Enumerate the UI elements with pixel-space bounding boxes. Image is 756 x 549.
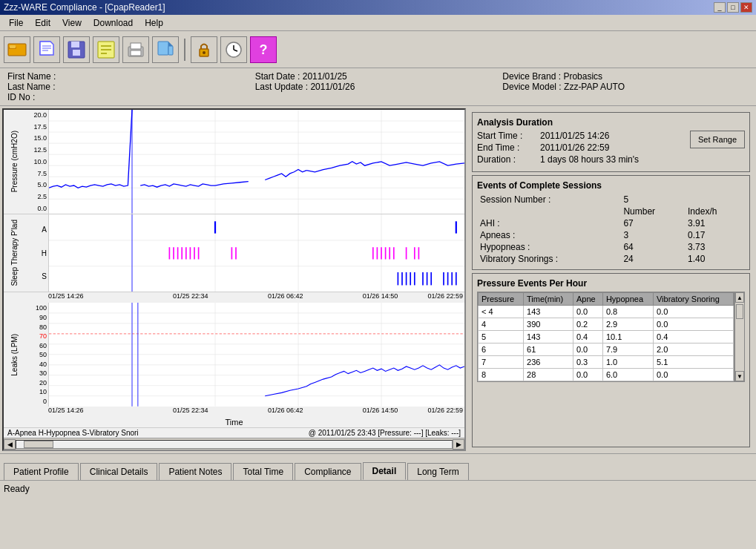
patient-info-middle: Start Date : 2011/01/25 Last Update : 20… — [255, 71, 502, 102]
patient-info-right: Device Brand : Probasics Device Model : … — [502, 71, 749, 102]
sleep-y-label: Sleep Therapy P'lad — [4, 214, 24, 292]
save-button[interactable] — [63, 36, 90, 63]
leaks-chart-canvas[interactable] — [48, 303, 464, 407]
tab-long-term[interactable]: Long Term — [407, 463, 468, 480]
pressure-events-title: Pressure Events Per Hour — [477, 278, 745, 289]
title-bar: Zzz-WARE Compliance - [CpapReader1] _ □ … — [0, 0, 756, 15]
tab-total-time[interactable]: Total Time — [233, 463, 293, 480]
tab-patient-notes[interactable]: Patient Notes — [159, 463, 231, 480]
svg-marker-18 — [168, 42, 173, 46]
menu-file[interactable]: File — [3, 16, 29, 30]
events-box: Events of Complete Sessions Session Numb… — [472, 175, 750, 270]
ahi-index: 3.91 — [685, 217, 745, 229]
vibratory-row: Vibratory Snorings : 24 1.40 — [477, 253, 745, 265]
help-button[interactable]: ? — [250, 36, 277, 63]
vibratory-index: 1.40 — [685, 253, 745, 265]
scroll-left-button[interactable]: ◀ — [4, 439, 16, 450]
clock-button[interactable] — [220, 36, 247, 63]
legend-text: A-Apnea H-Hypopnea S-Vibratory Snori — [7, 429, 139, 437]
lock-button[interactable] — [191, 36, 217, 63]
end-time-label: End Time : — [477, 142, 533, 153]
svg-point-21 — [203, 51, 206, 54]
svg-rect-19 — [168, 46, 173, 55]
table-row: 6610.07.92.0 — [479, 343, 734, 356]
table-row: 43900.22.90.0 — [479, 318, 734, 331]
scroll-thumb[interactable] — [24, 441, 53, 448]
events-table: Session Number : 5 Number Index/h AHI : … — [477, 194, 745, 265]
ahi-label: AHI : — [477, 217, 620, 229]
menu-download[interactable]: Download — [88, 16, 139, 30]
vibratory-label: Vibratory Snorings : — [477, 253, 620, 265]
table-row: 72360.31.05.1 — [479, 356, 734, 369]
right-panel: Analysis Duration Start Time : 2011/01/2… — [468, 108, 754, 451]
table-row: 8280.06.00.0 — [479, 369, 734, 381]
device-model-label: Device Model : — [502, 82, 561, 92]
scroll-down-button[interactable]: ▼ — [735, 371, 744, 381]
sleep-y-ticks: A H S — [24, 214, 48, 292]
tab-patient-profile[interactable]: Patient Profile — [4, 463, 79, 480]
pressure-table-header: Pressure Time(min) Apne Hypopnea Vibrato… — [479, 293, 734, 306]
end-time-row: End Time : 2011/01/26 22:59 — [477, 142, 686, 153]
close-button[interactable]: ✕ — [740, 2, 752, 13]
duration-label: Duration : — [477, 154, 533, 165]
sleep-chart-wrapper: Sleep Therapy P'lad A H S — [4, 214, 464, 293]
minimize-button[interactable]: _ — [714, 2, 726, 13]
print-button[interactable] — [122, 36, 149, 63]
scroll-up-button[interactable]: ▲ — [735, 292, 744, 303]
pressure-table-scrollbar[interactable]: ▲ ▼ — [734, 292, 745, 382]
pressure-table-wrapper[interactable]: Pressure Time(min) Apne Hypopnea Vibrato… — [477, 292, 734, 382]
end-time-value: 2011/01/26 22:59 — [540, 142, 609, 153]
status-text: Ready — [4, 484, 30, 494]
h-scrollbar[interactable]: ◀ ▶ — [4, 438, 464, 450]
last-name-label: Last Name : — [7, 82, 56, 92]
vscroll-thumb[interactable] — [736, 304, 743, 319]
last-update-value: 2011/01/26 — [310, 82, 355, 92]
leaks-y-ticks: 100 90 80 70 60 50 40 30 20 10 0 — [24, 303, 48, 407]
col-vibratory-snoring: Vibratory Snoring — [653, 293, 733, 306]
svg-rect-8 — [71, 42, 79, 47]
header-info: First Name : Last Name : ID No : Start D… — [0, 68, 756, 106]
scroll-right-button[interactable]: ▶ — [453, 439, 464, 450]
pressure-y-label: Pressure (cmH2O) — [4, 110, 24, 214]
set-range-button[interactable]: Set Range — [690, 131, 745, 148]
svg-rect-9 — [73, 50, 80, 56]
svg-rect-17 — [158, 42, 168, 55]
export-button[interactable] — [152, 36, 179, 63]
open-button[interactable] — [4, 36, 30, 63]
restore-button[interactable]: □ — [727, 2, 739, 13]
col-hypopnea: Hypopnea — [602, 293, 653, 306]
start-time-value: 2011/01/25 14:26 — [540, 131, 609, 141]
svg-rect-15 — [131, 43, 141, 49]
pressure-table-body: < 41430.00.80.043900.22.90.051430.410.10… — [479, 306, 734, 381]
cursor-info: @ 2011/01/25 23:43 [Pressure: ---] [Leak… — [309, 429, 461, 437]
svg-rect-2 — [10, 45, 16, 48]
tab-detail[interactable]: Detail — [363, 462, 407, 480]
menu-help[interactable]: Help — [139, 16, 169, 30]
sleep-chart-canvas[interactable] — [48, 214, 464, 292]
time-label: Time — [4, 417, 464, 427]
start-time-label: Start Time : — [477, 131, 533, 141]
vibratory-number: 24 — [620, 253, 685, 265]
pressure-chart-canvas[interactable] — [48, 110, 464, 214]
session-value: 5 — [620, 194, 685, 206]
start-date-value: 2011/01/25 — [303, 71, 347, 82]
scroll-track[interactable] — [16, 440, 453, 449]
edit-button[interactable] — [93, 36, 119, 63]
leaks-chart-wrapper: Leaks (LPM) 100 90 80 70 60 50 40 30 20 … — [4, 303, 464, 407]
analysis-duration-box: Analysis Duration Start Time : 2011/01/2… — [472, 112, 750, 172]
toolbar-sep-1 — [184, 39, 185, 61]
svg-text:?: ? — [260, 42, 268, 57]
col-pressure: Pressure — [479, 293, 524, 306]
tab-compliance[interactable]: Compliance — [295, 463, 361, 480]
table-row: < 41430.00.80.0 — [479, 306, 734, 318]
menu-edit[interactable]: Edit — [29, 16, 56, 30]
duration-value: 1 days 08 hours 33 min's — [540, 154, 639, 165]
bottom-tabs: Patient ProfileClinical DetailsPatient N… — [0, 453, 756, 480]
menu-view[interactable]: View — [56, 16, 88, 30]
main-content: Pressure (cmH2O) 20.0 17.5 15.0 12.5 10.… — [0, 106, 756, 453]
menu-bar: File Edit View Download Help — [0, 15, 756, 31]
toolbar: ? — [0, 31, 756, 68]
report-button[interactable] — [33, 36, 60, 63]
hypopneas-number: 64 — [620, 241, 685, 253]
tab-clinical-details[interactable]: Clinical Details — [80, 463, 158, 480]
